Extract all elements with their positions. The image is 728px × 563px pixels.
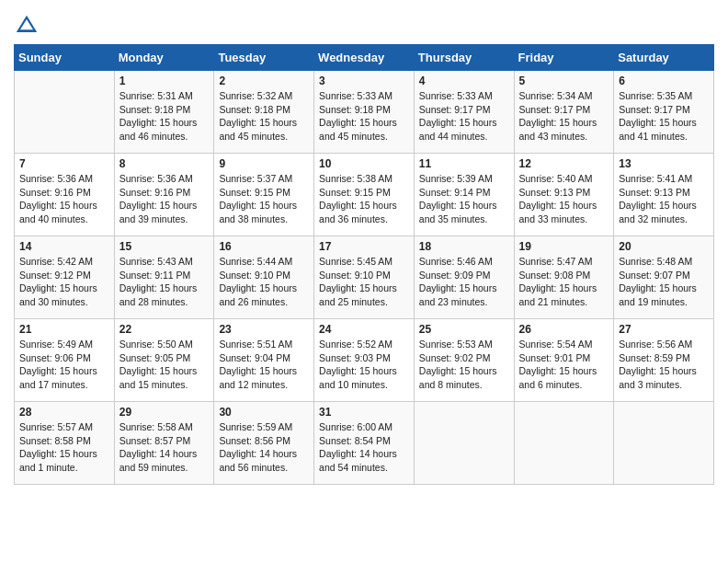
- cell-info: and 8 minutes.: [419, 378, 509, 392]
- cell-info: Sunset: 9:15 PM: [219, 186, 309, 200]
- day-number: 10: [319, 157, 409, 170]
- cell-info: Sunrise: 5:59 AM: [219, 420, 309, 434]
- calendar-cell: 6Sunrise: 5:35 AMSunset: 9:17 PMDaylight…: [614, 71, 714, 154]
- cell-info: Sunset: 9:10 PM: [219, 269, 309, 282]
- cell-info: Daylight: 15 hours: [519, 282, 609, 295]
- day-number: 14: [19, 240, 109, 253]
- day-number: 1: [119, 75, 210, 87]
- calendar-cell: 4Sunrise: 5:33 AMSunset: 9:17 PMDaylight…: [414, 71, 514, 154]
- cell-info: Daylight: 15 hours: [219, 199, 309, 213]
- calendar-cell: 7Sunrise: 5:36 AMSunset: 9:16 PMDaylight…: [15, 154, 115, 236]
- cell-info: Daylight: 15 hours: [19, 282, 109, 295]
- cell-info: Daylight: 15 hours: [319, 199, 409, 213]
- header-row: SundayMondayTuesdayWednesdayThursdayFrid…: [15, 45, 714, 71]
- cell-info: Sunset: 9:17 PM: [419, 103, 509, 117]
- cell-info: Daylight: 15 hours: [119, 364, 210, 378]
- day-number: 8: [119, 157, 210, 170]
- cell-info: and 56 minutes.: [219, 461, 309, 475]
- cell-info: Sunset: 9:18 PM: [319, 103, 409, 117]
- day-number: 5: [519, 75, 609, 87]
- calendar-cell: 12Sunrise: 5:40 AMSunset: 9:13 PMDayligh…: [514, 154, 614, 236]
- calendar-cell: 29Sunrise: 5:58 AMSunset: 8:57 PMDayligh…: [114, 402, 214, 485]
- day-number: 20: [619, 240, 709, 253]
- cell-info: Sunrise: 5:42 AM: [19, 255, 109, 269]
- cell-info: Sunrise: 5:41 AM: [619, 172, 709, 186]
- cell-info: Sunrise: 5:38 AM: [319, 172, 409, 186]
- cell-info: Daylight: 15 hours: [319, 364, 409, 378]
- cell-info: Sunrise: 5:48 AM: [619, 255, 709, 269]
- cell-info: and 28 minutes.: [119, 295, 210, 309]
- day-number: 2: [219, 75, 309, 87]
- cell-info: Sunrise: 5:36 AM: [119, 172, 210, 186]
- calendar-cell: 30Sunrise: 5:59 AMSunset: 8:56 PMDayligh…: [214, 402, 314, 485]
- calendar-cell: 13Sunrise: 5:41 AMSunset: 9:13 PMDayligh…: [614, 154, 714, 236]
- cell-info: Daylight: 15 hours: [619, 116, 709, 130]
- cell-info: Daylight: 15 hours: [519, 199, 609, 213]
- cell-info: and 40 minutes.: [19, 213, 109, 226]
- calendar-cell: 16Sunrise: 5:44 AMSunset: 9:10 PMDayligh…: [214, 236, 314, 319]
- calendar-table: SundayMondayTuesdayWednesdayThursdayFrid…: [14, 44, 714, 485]
- cell-info: Sunset: 9:13 PM: [619, 186, 709, 200]
- cell-info: Sunrise: 5:33 AM: [319, 89, 409, 103]
- cell-info: Daylight: 15 hours: [519, 364, 609, 378]
- week-row-3: 14Sunrise: 5:42 AMSunset: 9:12 PMDayligh…: [15, 236, 714, 319]
- cell-info: Sunset: 8:57 PM: [119, 434, 210, 448]
- cell-info: Sunset: 9:02 PM: [419, 351, 509, 365]
- calendar-cell: [414, 402, 514, 485]
- cell-info: Sunset: 9:10 PM: [319, 269, 409, 282]
- cell-info: and 17 minutes.: [19, 378, 109, 392]
- day-number: 26: [519, 323, 609, 336]
- cell-info: Daylight: 15 hours: [619, 282, 709, 295]
- day-number: 4: [419, 75, 509, 87]
- calendar-cell: 1Sunrise: 5:31 AMSunset: 9:18 PMDaylight…: [114, 71, 214, 154]
- calendar-cell: 22Sunrise: 5:50 AMSunset: 9:05 PMDayligh…: [114, 319, 214, 402]
- cell-info: Sunset: 9:07 PM: [619, 269, 709, 282]
- cell-info: Sunset: 9:17 PM: [519, 103, 609, 117]
- cell-info: and 43 minutes.: [519, 130, 609, 144]
- day-number: 21: [19, 323, 109, 336]
- day-number: 9: [219, 157, 309, 170]
- cell-info: Daylight: 15 hours: [419, 199, 509, 213]
- cell-info: Sunrise: 5:54 AM: [519, 338, 609, 351]
- cell-info: and 19 minutes.: [619, 295, 709, 309]
- cell-info: Sunset: 9:03 PM: [319, 351, 409, 365]
- calendar-cell: [514, 402, 614, 485]
- cell-info: Daylight: 15 hours: [619, 364, 709, 378]
- cell-info: Sunset: 9:12 PM: [19, 269, 109, 282]
- cell-info: and 10 minutes.: [319, 378, 409, 392]
- cell-info: and 45 minutes.: [319, 130, 409, 144]
- calendar-cell: 31Sunrise: 6:00 AMSunset: 8:54 PMDayligh…: [314, 402, 415, 485]
- calendar-cell: 17Sunrise: 5:45 AMSunset: 9:10 PMDayligh…: [314, 236, 415, 319]
- calendar-cell: 20Sunrise: 5:48 AMSunset: 9:07 PMDayligh…: [614, 236, 714, 319]
- cell-info: Daylight: 14 hours: [119, 447, 210, 461]
- cell-info: Sunrise: 5:34 AM: [519, 89, 609, 103]
- cell-info: Daylight: 15 hours: [119, 116, 210, 130]
- cell-info: Sunrise: 5:46 AM: [419, 255, 509, 269]
- cell-info: Sunrise: 5:50 AM: [119, 338, 210, 351]
- calendar-cell: 3Sunrise: 5:33 AMSunset: 9:18 PMDaylight…: [314, 71, 415, 154]
- calendar-cell: 10Sunrise: 5:38 AMSunset: 9:15 PMDayligh…: [314, 154, 415, 236]
- week-row-2: 7Sunrise: 5:36 AMSunset: 9:16 PMDaylight…: [15, 154, 714, 236]
- cell-info: Sunrise: 5:58 AM: [119, 420, 210, 434]
- day-number: 25: [419, 323, 509, 336]
- week-row-1: 1Sunrise: 5:31 AMSunset: 9:18 PMDaylight…: [15, 71, 714, 154]
- calendar-cell: 25Sunrise: 5:53 AMSunset: 9:02 PMDayligh…: [414, 319, 514, 402]
- day-number: 22: [119, 323, 210, 336]
- cell-info: Sunrise: 5:44 AM: [219, 255, 309, 269]
- cell-info: and 21 minutes.: [519, 295, 609, 309]
- day-number: 17: [319, 240, 409, 253]
- header-day-tuesday: Tuesday: [214, 45, 314, 71]
- cell-info: Sunrise: 5:32 AM: [219, 89, 309, 103]
- cell-info: Sunrise: 5:53 AM: [419, 338, 509, 351]
- day-number: 11: [419, 157, 509, 170]
- cell-info: Sunrise: 5:51 AM: [219, 338, 309, 351]
- cell-info: Daylight: 15 hours: [419, 282, 509, 295]
- cell-info: Sunrise: 5:33 AM: [419, 89, 509, 103]
- day-number: 3: [319, 75, 409, 87]
- cell-info: Daylight: 15 hours: [419, 364, 509, 378]
- cell-info: Sunrise: 5:57 AM: [19, 420, 109, 434]
- cell-info: Sunset: 9:09 PM: [419, 269, 509, 282]
- logo: [14, 13, 41, 39]
- day-number: 23: [219, 323, 309, 336]
- cell-info: and 41 minutes.: [619, 130, 709, 144]
